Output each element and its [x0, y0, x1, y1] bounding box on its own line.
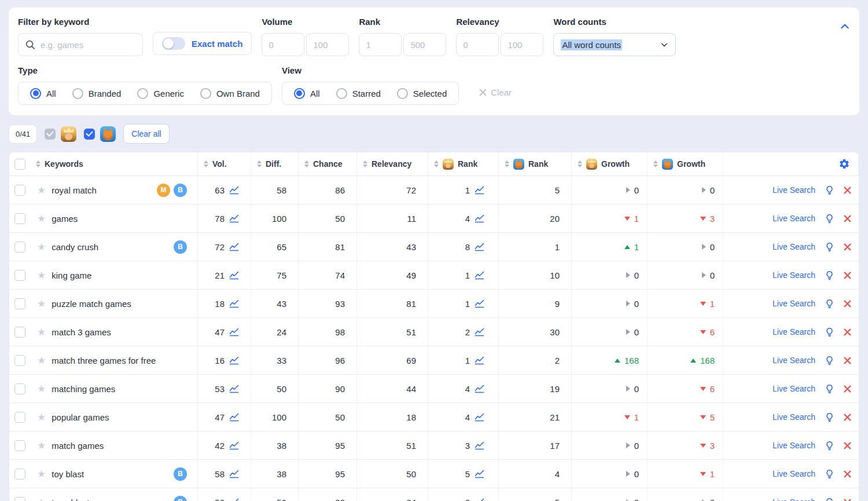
sort-icon[interactable]	[36, 160, 41, 167]
star-icon[interactable]: ★	[37, 498, 46, 501]
live-search-link[interactable]: Live Search	[773, 384, 815, 393]
rank-min-input[interactable]	[359, 33, 402, 56]
live-search-link[interactable]: Live Search	[773, 299, 815, 308]
lightbulb-icon[interactable]	[825, 384, 834, 394]
header-rank-toon-blast[interactable]: Rank	[499, 152, 572, 175]
exact-match-toggle[interactable]	[162, 37, 185, 50]
star-icon[interactable]: ★	[37, 384, 46, 394]
remove-keyword-icon[interactable]	[844, 272, 851, 279]
live-search-link[interactable]: Live Search	[773, 214, 815, 223]
live-search-link[interactable]: Live Search	[773, 242, 815, 251]
sort-icon[interactable]	[363, 160, 367, 167]
volume-max-input[interactable]	[306, 33, 349, 56]
sort-icon[interactable]	[505, 160, 509, 167]
live-search-link[interactable]: Live Search	[773, 441, 815, 450]
toon-blast-checkbox[interactable]	[84, 129, 95, 140]
row-checkbox[interactable]	[14, 497, 25, 501]
sparkline-icon[interactable]	[229, 385, 239, 393]
sparkline-icon[interactable]	[229, 186, 239, 195]
sparkline-icon[interactable]	[475, 498, 484, 501]
row-checkbox[interactable]	[14, 298, 25, 309]
view-option-all[interactable]: All	[286, 88, 328, 99]
sparkline-icon[interactable]	[229, 413, 239, 422]
sparkline-icon[interactable]	[229, 214, 239, 223]
star-icon[interactable]: ★	[37, 327, 46, 337]
star-icon[interactable]: ★	[37, 185, 46, 195]
sparkline-icon[interactable]	[475, 243, 484, 251]
remove-keyword-icon[interactable]	[844, 499, 851, 501]
live-search-link[interactable]: Live Search	[773, 498, 815, 501]
sparkline-icon[interactable]	[475, 299, 484, 308]
collapse-panel-chevron-up-icon[interactable]	[840, 21, 850, 34]
row-checkbox[interactable]	[14, 270, 25, 281]
remove-keyword-icon[interactable]	[844, 328, 851, 336]
type-option-own-brand[interactable]: Own Brand	[192, 88, 268, 99]
view-option-starred[interactable]: Starred	[328, 88, 389, 99]
rank-max-input[interactable]	[403, 33, 446, 56]
live-search-link[interactable]: Live Search	[773, 469, 815, 478]
sort-icon[interactable]	[653, 160, 658, 167]
keyword-search-input[interactable]	[41, 40, 136, 50]
remove-keyword-icon[interactable]	[844, 385, 851, 393]
sparkline-icon[interactable]	[229, 441, 239, 450]
lightbulb-icon[interactable]	[825, 356, 834, 365]
sparkline-icon[interactable]	[229, 271, 239, 280]
sparkline-icon[interactable]	[475, 214, 484, 223]
toon-blast-app-icon[interactable]	[100, 126, 116, 142]
remove-keyword-icon[interactable]	[844, 414, 851, 421]
sparkline-icon[interactable]	[475, 271, 484, 280]
header-relevancy[interactable]: Relevancy	[357, 152, 428, 175]
sparkline-icon[interactable]	[475, 385, 484, 393]
sort-icon[interactable]	[434, 160, 439, 167]
remove-keyword-icon[interactable]	[844, 442, 851, 449]
clear-all-button[interactable]: Clear all	[123, 124, 169, 144]
header-chance[interactable]: Chance	[299, 152, 357, 175]
row-checkbox[interactable]	[14, 412, 25, 423]
type-option-all[interactable]: All	[22, 88, 64, 99]
type-option-branded[interactable]: Branded	[64, 88, 130, 99]
sparkline-icon[interactable]	[475, 328, 484, 337]
star-icon[interactable]: ★	[37, 242, 46, 252]
lightbulb-icon[interactable]	[825, 270, 834, 280]
header-keywords[interactable]: Keywords	[30, 152, 198, 175]
header-diff[interactable]: Diff.	[251, 152, 299, 175]
sparkline-icon[interactable]	[475, 356, 484, 365]
header-growth-royal-match[interactable]: Growth	[572, 152, 648, 175]
view-option-selected[interactable]: Selected	[389, 88, 455, 99]
lightbulb-icon[interactable]	[825, 469, 834, 479]
star-icon[interactable]: ★	[37, 214, 46, 224]
relevancy-max-input[interactable]	[501, 33, 543, 56]
sparkline-icon[interactable]	[475, 413, 484, 422]
word-counts-select[interactable]: All word counts	[553, 33, 676, 56]
live-search-link[interactable]: Live Search	[773, 185, 815, 195]
sparkline-icon[interactable]	[475, 441, 484, 450]
remove-keyword-icon[interactable]	[844, 243, 851, 251]
lightbulb-icon[interactable]	[825, 327, 834, 337]
relevancy-min-input[interactable]	[456, 33, 499, 56]
sparkline-icon[interactable]	[229, 328, 239, 337]
row-checkbox[interactable]	[14, 440, 25, 451]
lightbulb-icon[interactable]	[825, 242, 834, 252]
star-icon[interactable]: ★	[37, 469, 46, 479]
row-checkbox[interactable]	[14, 185, 25, 196]
header-growth-toon-blast[interactable]: Growth	[648, 152, 723, 175]
sparkline-icon[interactable]	[475, 186, 484, 195]
lightbulb-icon[interactable]	[825, 412, 834, 422]
row-checkbox[interactable]	[14, 242, 25, 253]
sort-icon[interactable]	[578, 160, 582, 167]
sparkline-icon[interactable]	[229, 243, 239, 251]
row-checkbox[interactable]	[14, 383, 25, 394]
sparkline-icon[interactable]	[229, 498, 239, 501]
lightbulb-icon[interactable]	[825, 441, 834, 451]
remove-keyword-icon[interactable]	[844, 186, 851, 194]
select-all-checkbox[interactable]	[14, 159, 25, 170]
star-icon[interactable]: ★	[37, 270, 46, 280]
lightbulb-icon[interactable]	[825, 498, 834, 501]
sort-icon[interactable]	[204, 160, 208, 167]
row-checkbox[interactable]	[14, 327, 25, 338]
header-vol[interactable]: Vol.	[198, 152, 251, 175]
sparkline-icon[interactable]	[229, 299, 239, 308]
live-search-link[interactable]: Live Search	[773, 327, 815, 337]
royal-match-app-icon[interactable]	[61, 126, 76, 142]
row-checkbox[interactable]	[14, 213, 25, 224]
